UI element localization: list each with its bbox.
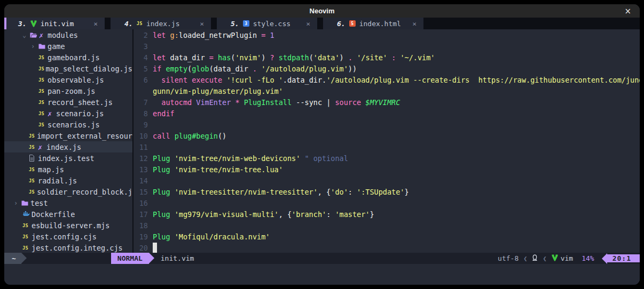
code-line[interactable]: 7 autocmd VimEnter * PlugInstall --sync … bbox=[133, 97, 640, 108]
code-line[interactable]: 12Plug 'nvim-tree/nvim-web-devicons' " o… bbox=[133, 152, 640, 164]
file-icon bbox=[29, 155, 38, 162]
tree-item-pan-zoom.js[interactable]: JSpan-zoom.js bbox=[4, 85, 132, 97]
tree-item-label: scenarios.js bbox=[48, 121, 100, 129]
tree-item-label: scenario.js bbox=[56, 109, 104, 118]
code-line[interactable]: 16 bbox=[133, 197, 640, 208]
javascript-icon: JS bbox=[29, 189, 37, 195]
code-line[interactable]: 13Plug 'nvim-tree/nvim-tree.lua' bbox=[133, 164, 640, 175]
line-number: 5 bbox=[133, 65, 148, 73]
javascript-icon: JS bbox=[29, 178, 38, 183]
javascript-icon: JS bbox=[38, 55, 48, 60]
code-token: empty bbox=[166, 65, 187, 73]
line-number: 15 bbox=[133, 188, 148, 196]
code-token: Plug bbox=[153, 154, 175, 163]
tree-item-label: map.js bbox=[38, 165, 64, 174]
code-token: ) bbox=[261, 53, 270, 62]
chevron-right-icon[interactable]: › bbox=[31, 43, 38, 50]
code-line[interactable]: 6 silent execute '!curl -fLo '.data_dir.… bbox=[133, 74, 640, 85]
code-token: " optional bbox=[304, 154, 348, 163]
code-token: '/site' bbox=[357, 53, 391, 62]
tab-index.html[interactable]: 6.5index.html× bbox=[323, 18, 423, 29]
tree-item-index.js.test[interactable]: index.js.test bbox=[4, 152, 132, 164]
tree-item-test[interactable]: ›test bbox=[4, 197, 132, 208]
tab-index.js[interactable]: 4.JSindex.js× bbox=[111, 18, 211, 29]
code-token: : bbox=[326, 210, 335, 219]
code-line[interactable]: 20 bbox=[133, 242, 640, 253]
code-line[interactable]: 11 bbox=[133, 141, 640, 152]
code-token: Plug bbox=[153, 188, 175, 196]
javascript-icon: JS bbox=[22, 234, 32, 239]
code-line[interactable]: 17Plug 'mg979/vim-visual-multi', {'branc… bbox=[133, 208, 640, 220]
tree-item-map.js[interactable]: JSmap.js bbox=[4, 164, 132, 175]
command-line[interactable] bbox=[4, 264, 640, 285]
line-number: 10 bbox=[133, 132, 148, 140]
tree-item-soldier_record_block.j[interactable]: JSsoldier_record_block.j bbox=[4, 186, 132, 197]
code-token: 1 bbox=[270, 31, 274, 39]
editor-buffer[interactable]: 2let g:loaded_netrwPlugin = 134let data_… bbox=[133, 29, 640, 253]
tree-item-radial.js[interactable]: JSradial.js bbox=[4, 175, 132, 186]
tree-item-esbuild-server.mjs[interactable]: JSesbuild-server.mjs bbox=[4, 220, 132, 231]
main-area: ⌄✗modules›gameJSgameboard.jsJSmap_select… bbox=[4, 29, 640, 253]
code-token: '~/.vim' bbox=[400, 53, 435, 62]
code-token: , { bbox=[318, 188, 331, 196]
line-number: 13 bbox=[133, 165, 148, 174]
code-line[interactable]: 2let g:loaded_netrwPlugin = 1 bbox=[133, 29, 640, 41]
tree-item-gameboard.js[interactable]: JSgameboard.js bbox=[4, 52, 132, 63]
tab-init.vim[interactable]: 3.init.vim× bbox=[4, 18, 105, 29]
tree-item-label: esbuild-server.mjs bbox=[32, 221, 109, 230]
tabline: 3.init.vim×4.JSindex.js×5.3style.css×6.5… bbox=[4, 18, 640, 29]
code-token: 'Mofiqul/dracula.nvim' bbox=[175, 232, 270, 241]
window-close-icon[interactable]: × bbox=[624, 4, 631, 18]
code-token: '/autoload/plug.vim' bbox=[261, 65, 348, 73]
chevron-down-icon[interactable]: ⌄ bbox=[22, 31, 30, 39]
tab-close-icon[interactable]: × bbox=[200, 20, 204, 28]
code-line[interactable]: 5if empty(glob(data_dir . '/autoload/plu… bbox=[133, 63, 640, 74]
tree-item-jest.config.cjs[interactable]: JSjest.config.cjs bbox=[4, 231, 132, 242]
tree-item-index.js[interactable]: JS✗index.js bbox=[4, 141, 132, 152]
code-token: autocmd bbox=[161, 98, 196, 107]
line-number: 17 bbox=[133, 210, 148, 219]
line-number: 19 bbox=[133, 232, 148, 241]
code-token: loaded_netrwPlugin bbox=[179, 31, 261, 39]
tree-item-modules[interactable]: ⌄✗modules bbox=[4, 29, 132, 41]
tab-style.css[interactable]: 5.3style.css× bbox=[217, 18, 317, 29]
code-token: data_dir bbox=[214, 65, 253, 73]
code-line[interactable]: 10call plug#begin() bbox=[133, 130, 640, 141]
code-line[interactable]: 4let data_dir = has('nvim') ? stdpath('d… bbox=[133, 52, 640, 63]
tree-item-scenario.js[interactable]: JS✗scenario.js bbox=[4, 108, 132, 119]
powerline-arrow-icon bbox=[21, 253, 27, 263]
tree-item-game[interactable]: ›game bbox=[4, 41, 132, 52]
code-line[interactable]: 14 bbox=[133, 175, 640, 186]
scroll-percent: 14% bbox=[582, 254, 594, 262]
code-token: data_dir bbox=[287, 76, 322, 84]
code-line[interactable]: 15Plug 'nvim-treesitter/nvim-treesitter'… bbox=[133, 186, 640, 197]
tab-close-icon[interactable]: × bbox=[93, 20, 98, 28]
code-line[interactable]: 19Plug 'Mofiqul/dracula.nvim' bbox=[133, 231, 640, 242]
tree-item-jest.config.integ.cjs[interactable]: JSjest.config.integ.cjs bbox=[4, 242, 132, 253]
javascript-icon: JS bbox=[22, 245, 32, 251]
statusline-right: utf-8 ❮ ❮ vim 14% 20:1 bbox=[498, 253, 640, 264]
chevron-right-icon[interactable]: › bbox=[14, 199, 21, 207]
tree-item-scenarios.js[interactable]: JSscenarios.js bbox=[4, 119, 132, 130]
tab-close-icon[interactable]: × bbox=[412, 20, 417, 28]
code-token: | bbox=[326, 98, 335, 107]
code-line[interactable]: 3 bbox=[133, 41, 640, 52]
javascript-icon: JS bbox=[137, 21, 143, 26]
code-token: Plug bbox=[153, 210, 175, 219]
tree-item-label: jest.config.integ.cjs bbox=[32, 244, 123, 252]
tree-item-label: radial.js bbox=[38, 176, 77, 185]
code-token: * bbox=[235, 98, 244, 107]
tree-item-label: gameboard.js bbox=[48, 53, 100, 62]
tree-item-map_select_dialog.js[interactable]: JSmap_select_dialog.js bbox=[4, 63, 132, 74]
tree-item-observable.js[interactable]: JSobservable.js bbox=[4, 74, 132, 85]
code-line[interactable]: 8endif bbox=[133, 108, 640, 119]
tree-item-import_external_resour[interactable]: JSimport_external_resour bbox=[4, 130, 132, 141]
code-line[interactable]: 9 bbox=[133, 119, 640, 130]
tree-item-record_sheet.js[interactable]: JSrecord_sheet.js bbox=[4, 97, 132, 108]
code-token: = bbox=[261, 31, 270, 39]
tab-close-icon[interactable]: × bbox=[306, 20, 310, 28]
tree-statusline-tilde: ~ bbox=[4, 253, 21, 264]
tree-item-Dockerfile[interactable]: Dockerfile bbox=[4, 208, 132, 220]
code-line[interactable]: gunn/vim-plug/master/plug.vim' bbox=[133, 85, 640, 97]
code-line[interactable]: 18 bbox=[133, 220, 640, 231]
